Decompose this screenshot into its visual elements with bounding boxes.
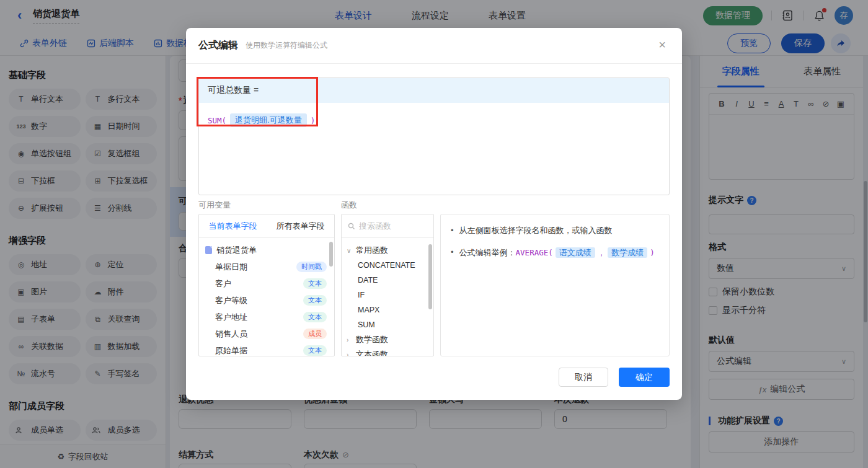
- function-group-label: 数学函数: [356, 334, 388, 345]
- tip-text: 公式编辑举例：AVERAGE(语文成绩，数学成绩): [459, 246, 655, 258]
- modal-subtitle: 使用数学运算符编辑公式: [246, 40, 327, 51]
- scrollbar-thumb[interactable]: [428, 244, 432, 309]
- tips-panel: • 从左侧面板选择字段名和函数，或输入函数 • 公式编辑举例：AVERAGE(语…: [440, 214, 670, 356]
- type-badge: 文本: [303, 278, 327, 289]
- variable-name: 客户地址: [215, 312, 303, 323]
- close-icon[interactable]: ×: [655, 38, 670, 52]
- function-item[interactable]: MAPX: [342, 302, 433, 317]
- tab-all-form-fields[interactable]: 所有表单字段: [267, 214, 334, 237]
- form-tree-root[interactable]: 销货退货单: [199, 242, 334, 258]
- variable-row[interactable]: 单据日期时间戳: [199, 258, 334, 275]
- formula-editor-modal: 公式编辑 使用数学运算符编辑公式 × 可退总数量 = SUM( 退货明细.可退数…: [186, 28, 682, 400]
- cancel-button[interactable]: 取消: [559, 368, 608, 387]
- function-token: ): [311, 116, 316, 125]
- tip-text: 从左侧面板选择字段名和函数，或输入函数: [459, 224, 613, 236]
- variable-row[interactable]: 客户等级文本: [199, 292, 334, 309]
- type-badge: 时间戳: [296, 262, 327, 272]
- tab-current-form-fields[interactable]: 当前表单字段: [199, 214, 267, 237]
- app-window: ‹ 销货退货单 表单设计 流程设定 表单设置 数据管理 存: [0, 0, 868, 468]
- function-item[interactable]: SUM: [342, 317, 433, 332]
- variables-tabs: 当前表单字段 所有表单字段: [199, 214, 334, 238]
- variable-name: 客户等级: [215, 295, 303, 306]
- variable-row[interactable]: 客户地址文本: [199, 309, 334, 325]
- tip-line: • 公式编辑举例：AVERAGE(语文成绩，数学成绩): [451, 246, 659, 258]
- modal-title: 公式编辑: [198, 39, 238, 52]
- scrollbar-thumb[interactable]: [329, 242, 333, 267]
- chevron-right-icon: ›: [347, 337, 353, 343]
- field-chip: 语文成绩: [556, 247, 595, 258]
- function-item[interactable]: DATE: [342, 273, 433, 288]
- function-token: AVERAGE(: [516, 248, 553, 257]
- variable-row[interactable]: 客户文本: [199, 275, 334, 292]
- function-tree: ∨常用函数 CONCATENATE DATE IF MAPX SUM ›数学函数…: [342, 238, 433, 356]
- function-token: ): [650, 248, 655, 257]
- variable-row[interactable]: 销售人员成员: [199, 325, 334, 342]
- function-group-label: 常用函数: [356, 245, 388, 256]
- type-badge: 文本: [303, 312, 327, 322]
- functions-section-label: 函数: [341, 200, 357, 211]
- function-group-common[interactable]: ∨常用函数: [342, 243, 433, 258]
- functions-panel: ∨常用函数 CONCATENATE DATE IF MAPX SUM ›数学函数…: [341, 214, 434, 356]
- chevron-right-icon: ›: [347, 351, 353, 357]
- confirm-button[interactable]: 确定: [619, 368, 670, 387]
- separator-token: ，: [598, 248, 606, 257]
- function-item[interactable]: IF: [342, 288, 433, 302]
- variable-name: 销售人员: [215, 329, 303, 340]
- bullet-icon: •: [451, 224, 454, 236]
- function-search[interactable]: [342, 214, 433, 238]
- field-chip[interactable]: 退货明细.可退数量: [230, 113, 307, 127]
- type-badge: 文本: [303, 295, 327, 306]
- function-group-label: 文本函数: [356, 349, 388, 356]
- function-group-math[interactable]: ›数学函数: [342, 332, 433, 347]
- variable-name: 客户: [215, 278, 303, 289]
- function-group-text[interactable]: ›文本函数: [342, 347, 433, 356]
- tip-line: • 从左侧面板选择字段名和函数，或输入函数: [451, 224, 659, 236]
- field-chip: 数学成绩: [608, 247, 647, 258]
- variable-name: 原始单据: [215, 345, 303, 356]
- function-item[interactable]: CONCATENATE: [342, 258, 433, 273]
- variable-row[interactable]: 原始单据文本: [199, 342, 334, 356]
- type-badge: 文本: [303, 345, 327, 356]
- function-token: SUM(: [208, 116, 226, 125]
- bullet-icon: •: [451, 246, 454, 258]
- formula-expression[interactable]: SUM( 退货明细.可退数量 ): [199, 103, 669, 127]
- form-doc-icon: [205, 246, 212, 254]
- formula-input-area[interactable]: 可退总数量 = SUM( 退货明细.可退数量 ): [198, 77, 670, 195]
- variables-section-label: 可用变量: [198, 200, 231, 211]
- search-icon: [348, 223, 355, 230]
- form-root-label: 销货退货单: [216, 245, 257, 256]
- type-badge: 成员: [303, 329, 327, 339]
- variable-name: 单据日期: [215, 262, 296, 273]
- formula-target: 可退总数量 =: [199, 78, 669, 103]
- modal-header: 公式编辑 使用数学运算符编辑公式 ×: [186, 28, 682, 64]
- tip-example-prefix: 公式编辑举例：: [459, 248, 516, 257]
- variables-panel: 当前表单字段 所有表单字段 销货退货单 单据日期时间戳 客户文本 客户等级文本 …: [198, 214, 335, 356]
- function-search-input[interactable]: [359, 221, 421, 231]
- chevron-down-icon: ∨: [347, 247, 353, 254]
